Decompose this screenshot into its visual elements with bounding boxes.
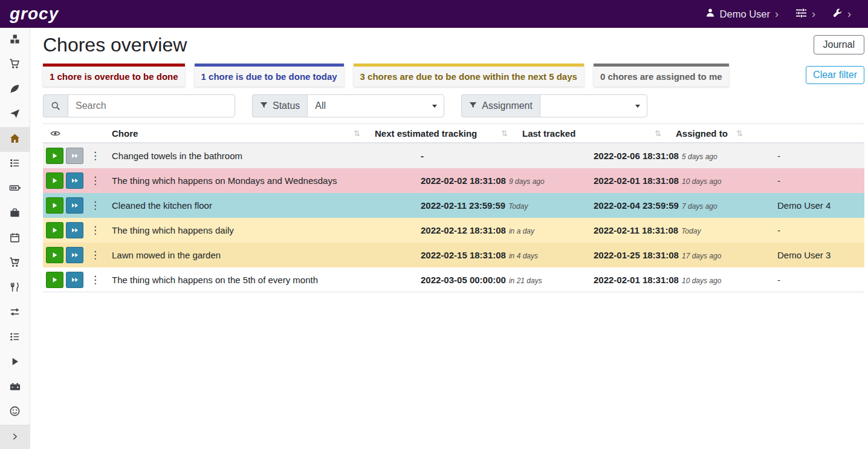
chores-table: Chore ⇅ Next estimated tracking ⇅ Last t… (43, 123, 864, 292)
filters-row: Status All Assignment (43, 94, 864, 117)
track-execution-button[interactable] (46, 172, 63, 189)
column-header-assigned-to[interactable]: Assigned to ⇅ (669, 124, 750, 142)
track-execution-button[interactable] (46, 247, 63, 263)
chore-name: The thing which happens on the 5th of ev… (105, 275, 413, 285)
sidebar-item-equipment[interactable] (0, 202, 30, 226)
sidebar-item-consume[interactable] (0, 276, 30, 301)
sidebar-item-feedback[interactable] (0, 400, 30, 425)
status-filter-label: Status (273, 100, 300, 111)
status-filter-row: 1 chore is overdue to be done 1 chore is… (43, 63, 864, 87)
sidebar-item-inventory[interactable] (0, 326, 30, 350)
sidebar-item-purchase[interactable] (0, 251, 30, 276)
column-visibility-header[interactable] (43, 128, 105, 139)
car-battery-icon (9, 381, 21, 395)
skip-execution-button[interactable] (66, 148, 83, 164)
fast-forward-icon (71, 276, 79, 284)
row-menu-button[interactable]: ⋮ (86, 200, 105, 211)
page-title: Chores overview (43, 32, 187, 57)
sidebar-item-transfer[interactable] (0, 301, 30, 326)
filter-funnel-icon (469, 100, 477, 111)
sidebar-item-tasks[interactable] (0, 152, 30, 177)
column-header-next-tracking[interactable]: Next estimated tracking ⇅ (368, 124, 515, 142)
boxes-icon (9, 33, 21, 47)
chevron-right-icon: › (775, 8, 779, 19)
kebab-icon: ⋮ (90, 224, 100, 236)
play-icon (51, 177, 59, 185)
search-icon (43, 94, 68, 117)
sort-icon: ⇅ (736, 129, 743, 138)
admin-menu[interactable]: › (832, 8, 851, 21)
sidebar-item-battery-tracking[interactable] (0, 375, 30, 400)
search-input[interactable] (68, 94, 235, 117)
track-execution-button[interactable] (46, 148, 63, 164)
table-row: ⋮ The thing which happens on Mondays and… (43, 168, 864, 193)
row-menu-button[interactable]: ⋮ (86, 151, 105, 161)
user-icon (705, 8, 715, 20)
sidebar-expand-toggle[interactable] (0, 425, 30, 449)
skip-execution-button[interactable] (66, 222, 83, 238)
skip-execution-button[interactable] (66, 247, 83, 263)
play-icon (51, 202, 59, 209)
row-actions: ⋮ (43, 222, 105, 238)
clear-filter-button[interactable]: Clear filter (806, 66, 864, 84)
status-card-assigned-to-me[interactable]: 0 chores are assigned to me (594, 64, 729, 87)
top-navbar: grocy Demo User › › › (0, 0, 868, 28)
search-group (43, 94, 235, 117)
status-card-due-soon[interactable]: 3 chores are due to be done within the n… (354, 64, 584, 87)
table-row: ⋮ The thing which happens on the 5th of … (43, 267, 864, 292)
row-menu-button[interactable]: ⋮ (86, 250, 105, 260)
user-menu[interactable]: Demo User › (705, 8, 779, 20)
sidebar-item-chore-tracking[interactable] (0, 350, 30, 375)
settings-menu[interactable]: › (795, 7, 815, 21)
kebab-icon: ⋮ (90, 274, 100, 286)
track-execution-button[interactable] (46, 222, 63, 238)
assigned-to-cell: Demo User 3 (770, 250, 864, 260)
sidebar (0, 28, 30, 449)
main-content: Chores overview Journal 1 chore is overd… (30, 28, 868, 292)
next-tracking-cell: 2022-03-05 00:00:00in 21 days (413, 275, 586, 285)
skip-execution-button[interactable] (66, 197, 83, 214)
sidebar-item-meal-plan[interactable] (0, 102, 30, 127)
row-actions: ⋮ (43, 197, 105, 214)
assigned-to-cell: - (770, 275, 864, 285)
last-tracked-cell: 2022-02-04 23:59:597 days ago (586, 200, 770, 211)
track-execution-button[interactable] (46, 272, 63, 288)
sidebar-item-calendar[interactable] (0, 226, 30, 251)
sidebar-item-shopping-list[interactable] (0, 53, 30, 77)
sliders-icon (795, 7, 807, 21)
table-row: ⋮ The thing which happens daily 2022-02-… (43, 218, 864, 243)
status-card-due-today[interactable]: 1 chore is due to be done today (195, 64, 344, 87)
assigned-to-cell: - (770, 151, 864, 161)
exchange-arrows-icon (9, 306, 21, 320)
column-header-chore[interactable]: Chore ⇅ (105, 124, 368, 142)
cart-plus-icon (9, 257, 21, 270)
chevron-right-icon: › (812, 8, 815, 19)
row-actions: ⋮ (43, 172, 105, 189)
sidebar-item-stock-overview[interactable] (0, 28, 30, 53)
sidebar-item-recipes[interactable] (0, 77, 30, 102)
status-select[interactable]: All (307, 94, 444, 117)
journal-button[interactable]: Journal (814, 35, 864, 54)
skip-execution-button[interactable] (66, 172, 83, 189)
fast-forward-icon (71, 226, 79, 234)
track-execution-button[interactable] (46, 197, 63, 214)
filter-funnel-icon (260, 100, 268, 111)
grocy-logo[interactable]: grocy (10, 0, 59, 28)
row-menu-button[interactable]: ⋮ (86, 175, 105, 186)
row-menu-button[interactable]: ⋮ (86, 225, 105, 235)
kebab-icon: ⋮ (90, 249, 100, 261)
sort-icon: ⇅ (354, 129, 360, 138)
calendar-icon (9, 232, 21, 246)
row-actions: ⋮ (43, 247, 105, 263)
column-header-last-tracked[interactable]: Last tracked ⇅ (515, 124, 669, 142)
skip-execution-button[interactable] (66, 272, 83, 288)
sidebar-item-batteries-overview[interactable] (0, 177, 30, 202)
chevron-right-icon (10, 432, 19, 444)
utensils-icon (9, 281, 21, 295)
sidebar-item-chores-overview[interactable] (0, 127, 30, 152)
chore-name: Changed towels in the bathroom (105, 151, 413, 161)
last-tracked-cell: 2022-01-25 18:31:0817 days ago (586, 250, 770, 260)
assignment-select[interactable] (540, 94, 647, 117)
row-menu-button[interactable]: ⋮ (86, 275, 105, 285)
status-card-overdue[interactable]: 1 chore is overdue to be done (43, 64, 185, 87)
